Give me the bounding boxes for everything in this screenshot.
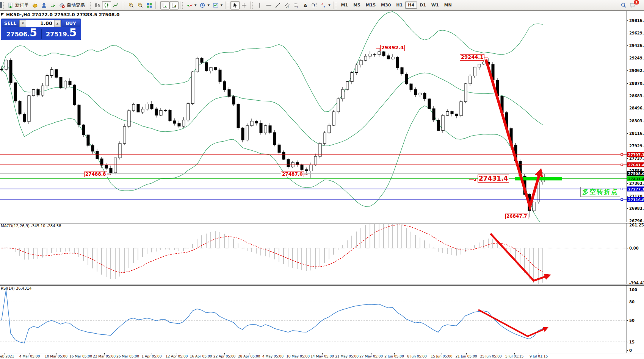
timeframe-button-h1[interactable]: H1: [393, 2, 405, 9]
gold-button[interactable]: [30, 1, 39, 9]
dropdown-caret-icon: ▼: [221, 4, 223, 7]
rsi-panel[interactable]: [0, 285, 627, 353]
main-chart-plot[interactable]: [0, 11, 627, 222]
toolbar-grip[interactable]: [252, 2, 254, 9]
label-icon: T: [311, 2, 317, 8]
trendline-button[interactable]: [273, 1, 282, 9]
new-order-button[interactable]: 新订单: [6, 1, 30, 9]
toolbar-grip[interactable]: [124, 2, 125, 9]
channel-button[interactable]: E: [282, 1, 291, 9]
trendline-icon: [275, 2, 281, 8]
text-icon: A: [302, 2, 308, 8]
price-axis[interactable]: [627, 11, 644, 353]
new-order-icon: [8, 2, 14, 8]
fibonacci-button[interactable]: F: [291, 1, 301, 9]
indicators-button[interactable]: ▼: [185, 1, 198, 9]
timeframe-button-m30[interactable]: M30: [378, 2, 393, 9]
toolbar-grip[interactable]: [182, 2, 184, 9]
toolbar-separator: [334, 2, 334, 9]
macd-panel[interactable]: [0, 223, 627, 284]
vline-button[interactable]: [255, 1, 264, 9]
trend-arrow[interactable]: [486, 59, 541, 207]
text-button[interactable]: A: [301, 1, 310, 9]
autotrade-button[interactable]: 自动交易: [58, 1, 86, 9]
tile-windows-icon: [146, 2, 152, 8]
toolbar-separator: [155, 2, 156, 9]
chart-shift-button[interactable]: [169, 1, 179, 9]
rsi-trend-arrow[interactable]: [478, 310, 547, 336]
dropdown-caret-icon: ▼: [194, 4, 196, 7]
vline-icon: [257, 2, 263, 8]
timeframe-button-h4[interactable]: H4: [405, 2, 417, 9]
crosshair-button[interactable]: [240, 1, 249, 9]
price-callout-label[interactable]: 27487.0: [281, 172, 304, 177]
svg-text:F: F: [297, 6, 299, 8]
toolbar-separator: [180, 2, 180, 9]
gold-icon: [32, 2, 38, 8]
toolbar-grip[interactable]: [3, 2, 5, 9]
line-handle[interactable]: [621, 198, 623, 200]
toolbar-button-label: 新订单: [15, 2, 29, 8]
svg-text:E: E: [288, 5, 289, 8]
timeframe-button-m5[interactable]: M5: [351, 2, 363, 9]
cursor-icon: [232, 2, 238, 8]
indicators-icon: [186, 2, 193, 8]
toolbar-separator: [226, 2, 226, 9]
toolbar-grip[interactable]: [228, 2, 229, 9]
toolbar-grip[interactable]: [158, 2, 159, 9]
clipped-edge-icon: [0, 2, 2, 8]
zoom-in-button[interactable]: [127, 1, 136, 9]
svg-text:A: A: [304, 3, 307, 8]
toolbar-separator: [88, 2, 88, 9]
toolbar-grip[interactable]: [90, 2, 92, 9]
search-button[interactable]: [619, 1, 628, 9]
auto-scroll-button[interactable]: [160, 1, 169, 9]
price-callout-label[interactable]: 29392.4: [380, 45, 405, 51]
callout-tick: [376, 48, 380, 48]
timeframe-button-d1[interactable]: D1: [417, 2, 429, 9]
callout-tick: [484, 58, 488, 58]
community-icon: [41, 2, 47, 8]
hline-button[interactable]: [264, 1, 273, 9]
time-axis[interactable]: [0, 353, 627, 359]
line-chart-button[interactable]: [111, 1, 120, 9]
cursor-button[interactable]: [230, 1, 240, 9]
signals-icon: [50, 2, 56, 8]
tile-windows-button[interactable]: [145, 1, 154, 9]
price-callout-label[interactable]: 29244.1: [460, 54, 484, 61]
community-button[interactable]: [39, 1, 49, 9]
price-callout-label[interactable]: 27488.8: [84, 172, 107, 177]
timeframe-button-w1[interactable]: W1: [429, 2, 442, 9]
timeframe-button-m15[interactable]: M15: [363, 2, 378, 9]
templates-button[interactable]: ▼: [211, 1, 224, 9]
toolbar-grip[interactable]: [336, 2, 337, 9]
line-handle[interactable]: [621, 164, 623, 166]
shapes-button[interactable]: ▼: [319, 1, 332, 9]
shapes-icon: [320, 2, 326, 8]
candlesticks: [0, 48, 544, 217]
macd-signal-line: [2, 225, 543, 272]
rsi-line: [2, 290, 543, 343]
callout-handle[interactable]: [474, 179, 476, 181]
line-handle[interactable]: [621, 153, 623, 155]
periods-button[interactable]: ▼: [198, 1, 211, 9]
channel-icon: E: [284, 2, 290, 8]
price-callout-label[interactable]: 27431.4: [478, 175, 509, 183]
bar-chart-button[interactable]: [93, 1, 102, 9]
toolbar-separator: [250, 2, 251, 9]
toolbar: 新订单自动交易▼▼▼EFAT▼M1M5M15M30H1H4D1W1MN1: [0, 0, 644, 11]
timeframe-button-mn[interactable]: MN: [442, 2, 454, 9]
zoom-out-icon: [137, 2, 143, 8]
svg-text:T: T: [313, 4, 316, 7]
signals-button[interactable]: [49, 1, 58, 9]
candlestick-button[interactable]: [102, 1, 111, 9]
notification-count-badge: 1: [633, 0, 639, 5]
line-chart-icon: [113, 2, 119, 8]
label-button[interactable]: T: [310, 1, 319, 9]
notifications-button[interactable]: 1: [628, 1, 637, 9]
price-callout-label[interactable]: 26847.7: [505, 214, 528, 219]
fibonacci-icon: F: [293, 2, 299, 8]
zoom-out-button[interactable]: [136, 1, 145, 9]
timeframe-button-m1[interactable]: M1: [338, 2, 351, 9]
line-handle[interactable]: [621, 188, 623, 190]
